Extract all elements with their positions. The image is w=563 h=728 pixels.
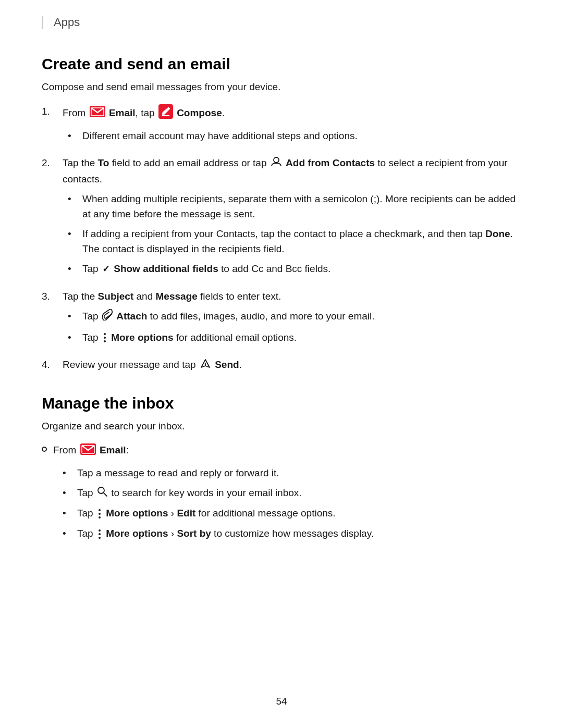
manage-sub-4-text: Tap More options › Sort by to customize … [77,526,521,541]
email-icon [90,106,105,122]
section-manage-inbox: Manage the inbox Organize and search you… [42,394,521,541]
step-4: 4. Review your message and tap Send. [42,357,521,374]
step-1-sub-1: • Different email account may have addit… [63,129,521,144]
step-3-sub-list: • Tap Attach to add files, images, audio… [63,309,521,345]
step-2-sub-2: • If adding a recipient from your Contac… [63,227,521,256]
page-footer: 54 [0,696,563,707]
step-3: 3. Tap the Subject and Message fields to… [42,289,521,351]
person-icon [271,156,282,172]
page-container: Apps Create and send an email Compose an… [0,0,563,577]
svg-line-9 [104,493,107,496]
page-number: 54 [276,696,287,707]
circle-bullet-icon [42,447,47,452]
step-2: 2. Tap the To field to add an email addr… [42,156,521,282]
manage-sub-list: • Tap a message to read and reply or for… [42,466,521,541]
step-1-app-action: Compose [177,107,222,118]
step-3-number: 3. [42,289,63,304]
step-2-content: Tap the To field to add an email address… [63,156,521,282]
bullet: • [68,129,82,144]
section1-title: Create and send an email [42,55,521,73]
svg-point-4 [274,157,279,163]
steps-list: 1. From Email, tap [42,104,521,374]
manage-sub-1: • Tap a message to read and reply or for… [57,466,521,481]
section2-subtitle: Organize and search your inbox. [42,421,521,432]
step-1-content: From Email, tap [63,104,521,149]
step-3-content: Tap the Subject and Message fields to en… [63,289,521,351]
bullet: • [68,309,82,324]
step-2-text: Tap the To field to add an email address… [63,157,508,184]
step-1-text: From Email, tap [63,107,225,118]
step-3-text: Tap the Subject and Message fields to en… [63,291,281,302]
manage-from-row: From Email: [42,443,521,458]
step-3-sub-1-text: Tap Attach to add files, images, audio, … [82,309,521,325]
manage-sub-2-text: Tap to search for key words in your emai… [77,486,521,501]
compose-icon [158,104,173,124]
step-4-content: Review your message and tap Send. [63,357,521,374]
manage-sub-4: • Tap More options › Sort by to customiz… [57,526,521,541]
manage-from-text: From Email: [53,443,129,458]
bullet: • [63,526,77,541]
step-2-number: 2. [42,156,63,171]
step-2-sub-2-text: If adding a recipient from your Contacts… [82,227,521,256]
section2-title: Manage the inbox [42,394,521,412]
more-options-icon-2 [97,509,102,519]
attach-icon [102,309,113,325]
bullet: • [63,466,77,481]
section-create-email: Create and send an email Compose and sen… [42,55,521,374]
bullet: • [63,506,77,521]
step-4-number: 4. [42,357,63,373]
step-1-number: 1. [42,104,63,119]
more-options-icon-3 [97,529,102,539]
email-icon-2 [80,443,96,458]
send-icon [200,357,211,374]
step-2-sub-3: • Tap ✓ Show additional fields to add Cc… [63,262,521,277]
step-3-sub-2: • Tap More options for additional email … [63,330,521,346]
bullet: • [68,192,82,207]
section1-subtitle: Compose and send email messages from you… [42,81,521,93]
search-icon [97,486,107,501]
page-header: Apps [42,16,521,29]
manage-sub-1-text: Tap a message to read and reply or forwa… [77,466,521,481]
step-3-sub-2-text: Tap More options for additional email op… [82,330,521,346]
step-2-sub-list: • When adding multiple recipients, separ… [63,192,521,277]
header-title: Apps [54,16,80,29]
more-options-icon [103,332,107,343]
step-1-app-name: Email [109,107,136,118]
step-1-sub-1-text: Different email account may have additio… [82,129,521,144]
bullet: • [68,227,82,242]
step-1: 1. From Email, tap [42,104,521,149]
step-4-text: Review your message and tap Send. [63,359,242,370]
manage-sub-3-text: Tap More options › Edit for additional m… [77,506,521,521]
manage-sub-2: • Tap to search for key words in your em… [57,486,521,501]
step-2-sub-1-text: When adding multiple recipients, separat… [82,192,521,221]
svg-point-8 [98,487,104,493]
bullet: • [68,330,82,346]
chevron-down-icon: ✓ [102,262,110,276]
step-2-sub-3-text: Tap ✓ Show additional fields to add Cc a… [82,262,521,277]
bullet: • [68,262,82,277]
bullet: • [63,486,77,501]
manage-sub-3: • Tap More options › Edit for additional… [57,506,521,521]
step-2-sub-1: • When adding multiple recipients, separ… [63,192,521,221]
step-3-sub-1: • Tap Attach to add files, images, audio… [63,309,521,325]
step-1-sub-list: • Different email account may have addit… [63,129,521,144]
